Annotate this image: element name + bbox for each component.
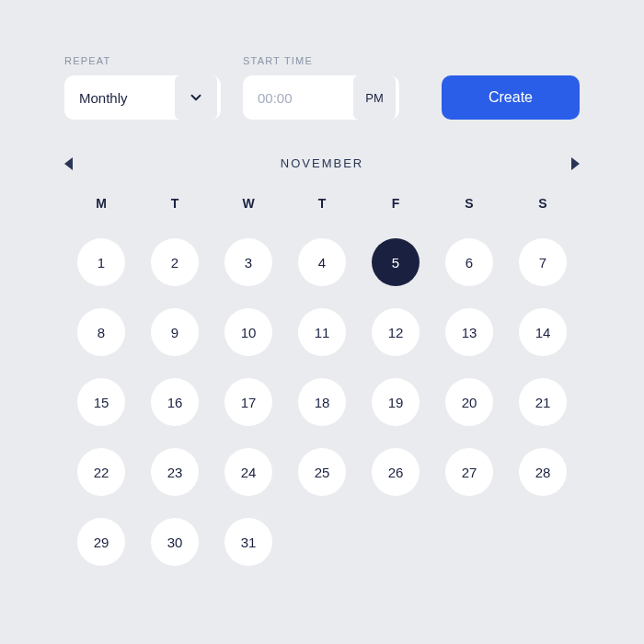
- calendar-day[interactable]: 24: [224, 448, 272, 496]
- calendar-day[interactable]: 21: [519, 378, 567, 426]
- day-cell: 21: [506, 378, 580, 426]
- create-button[interactable]: Create: [442, 75, 580, 120]
- day-cell: 9: [138, 308, 212, 356]
- weekday-header: M T W T F S S: [64, 196, 580, 211]
- chevron-down-icon: [175, 75, 217, 120]
- repeat-value: Monthly: [64, 90, 171, 106]
- calendar-day[interactable]: 8: [77, 308, 125, 356]
- weekday-label: F: [359, 196, 432, 211]
- repeat-label: REPEAT: [64, 55, 221, 66]
- next-month-icon[interactable]: [571, 157, 580, 170]
- day-cell: 24: [212, 448, 285, 496]
- calendar-day[interactable]: 27: [445, 448, 493, 496]
- calendar-day[interactable]: 26: [372, 448, 420, 496]
- repeat-select[interactable]: Monthly: [64, 75, 221, 120]
- calendar-day[interactable]: 25: [298, 448, 346, 496]
- calendar-day[interactable]: 28: [519, 448, 567, 496]
- day-cell: 8: [64, 308, 138, 356]
- calendar-day[interactable]: 22: [77, 448, 125, 496]
- calendar-day[interactable]: 14: [519, 308, 567, 356]
- day-cell: 30: [138, 518, 212, 566]
- day-cell: 4: [285, 238, 359, 286]
- weekday-label: S: [432, 196, 506, 211]
- weekday-label: S: [506, 196, 580, 211]
- calendar-day[interactable]: 29: [77, 518, 125, 566]
- day-cell: 18: [285, 378, 359, 426]
- day-cell: 2: [138, 238, 212, 286]
- day-cell: 6: [432, 238, 506, 286]
- day-cell: 10: [212, 308, 285, 356]
- day-cell: 19: [359, 378, 432, 426]
- calendar-day[interactable]: 12: [372, 308, 420, 356]
- day-cell: 31: [212, 518, 285, 566]
- calendar-day[interactable]: 17: [224, 378, 272, 426]
- day-cell: 20: [432, 378, 506, 426]
- repeat-field: REPEAT Monthly: [64, 55, 221, 120]
- calendar-day[interactable]: 11: [298, 308, 346, 356]
- calendar-day[interactable]: 9: [151, 308, 199, 356]
- calendar-day[interactable]: 13: [445, 308, 493, 356]
- day-cell: 23: [138, 448, 212, 496]
- day-cell: 12: [359, 308, 432, 356]
- start-time-value: 00:00: [243, 90, 350, 106]
- day-cell: 3: [212, 238, 285, 286]
- calendar-day[interactable]: 4: [298, 238, 346, 286]
- calendar-day[interactable]: 20: [445, 378, 493, 426]
- weekday-label: T: [285, 196, 359, 211]
- calendar-grid: 1234567891011121314151617181920212223242…: [64, 238, 580, 566]
- day-cell: 5: [359, 238, 432, 286]
- calendar-day[interactable]: 2: [151, 238, 199, 286]
- calendar-day[interactable]: 3: [224, 238, 272, 286]
- start-time-label: START TIME: [243, 55, 399, 66]
- day-cell: 22: [64, 448, 138, 496]
- weekday-label: T: [138, 196, 212, 211]
- calendar-day[interactable]: 23: [151, 448, 199, 496]
- day-cell: 28: [506, 448, 580, 496]
- day-cell: 1: [64, 238, 138, 286]
- calendar-day[interactable]: 10: [224, 308, 272, 356]
- day-cell: 16: [138, 378, 212, 426]
- calendar-day[interactable]: 1: [77, 238, 125, 286]
- day-cell: 29: [64, 518, 138, 566]
- day-cell: 15: [64, 378, 138, 426]
- calendar-day[interactable]: 7: [519, 238, 567, 286]
- month-navigation: NOVEMBER: [64, 156, 580, 170]
- prev-month-icon[interactable]: [64, 157, 73, 170]
- start-time-input[interactable]: 00:00 PM: [243, 75, 399, 120]
- calendar-day[interactable]: 16: [151, 378, 199, 426]
- day-cell: 7: [506, 238, 580, 286]
- calendar-day[interactable]: 15: [77, 378, 125, 426]
- day-cell: 17: [212, 378, 285, 426]
- month-title: NOVEMBER: [281, 156, 363, 170]
- calendar-day[interactable]: 6: [445, 238, 493, 286]
- day-cell: 26: [359, 448, 432, 496]
- day-cell: 14: [506, 308, 580, 356]
- day-cell: 13: [432, 308, 506, 356]
- controls-row: REPEAT Monthly START TIME 00:00 PM Creat…: [64, 55, 580, 120]
- calendar-day[interactable]: 19: [372, 378, 420, 426]
- weekday-label: M: [64, 196, 138, 211]
- calendar-day[interactable]: 31: [224, 518, 272, 566]
- calendar-day[interactable]: 30: [151, 518, 199, 566]
- day-cell: 27: [432, 448, 506, 496]
- weekday-label: W: [212, 196, 285, 211]
- time-period-toggle[interactable]: PM: [353, 75, 396, 120]
- day-cell: 25: [285, 448, 359, 496]
- calendar-day[interactable]: 5: [372, 238, 420, 286]
- start-time-field: START TIME 00:00 PM: [243, 55, 399, 120]
- day-cell: 11: [285, 308, 359, 356]
- calendar-day[interactable]: 18: [298, 378, 346, 426]
